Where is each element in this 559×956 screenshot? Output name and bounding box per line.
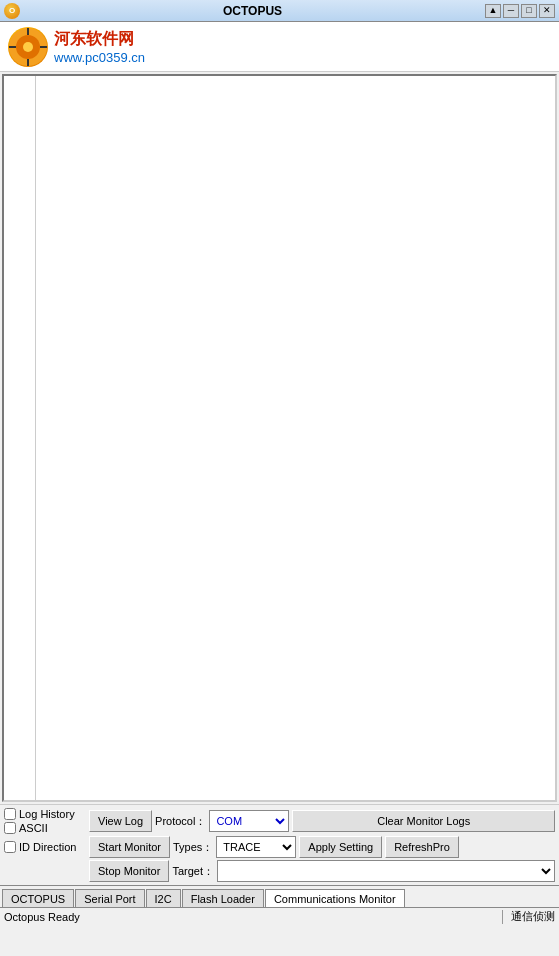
tab-flash-loader[interactable]: Flash Loader [182, 889, 264, 907]
tab-octopus-label: OCTOPUS [11, 893, 65, 905]
id-direction-item: ID Direction [4, 841, 86, 853]
title-bar: O OCTOPUS ▲ ─ □ ✕ [0, 0, 559, 22]
tabs-area: OCTOPUS Serial Port I2C Flash Loader Com… [0, 885, 559, 907]
watermark-logo [8, 27, 48, 67]
id-direction-label: ID Direction [19, 841, 76, 853]
types-label: Types： [173, 840, 213, 855]
main-content-area [2, 74, 557, 802]
tab-i2c-label: I2C [155, 893, 172, 905]
controls-row-2: ID Direction Start Monitor Types： TRACE … [4, 836, 555, 858]
apply-setting-button[interactable]: Apply Setting [299, 836, 382, 858]
status-bar: Octopus Ready 通信侦测 [0, 907, 559, 925]
start-monitor-button[interactable]: Start Monitor [89, 836, 170, 858]
ascii-label: ASCII [19, 822, 48, 834]
watermark-text: 河东软件网 www.pc0359.cn [54, 29, 145, 65]
main-inner [4, 76, 555, 800]
id-direction-checkbox[interactable] [4, 841, 16, 853]
tab-serial-port-label: Serial Port [84, 893, 135, 905]
clear-monitor-logs-button[interactable]: Clear Monitor Logs [292, 810, 555, 832]
tab-serial-port[interactable]: Serial Port [75, 889, 144, 907]
refresh-pro-button[interactable]: RefreshPro [385, 836, 459, 858]
tab-octopus[interactable]: OCTOPUS [2, 889, 74, 907]
target-dropdown[interactable] [217, 860, 555, 882]
maximize-button[interactable]: □ [521, 4, 537, 18]
log-history-checkbox[interactable] [4, 808, 16, 820]
window-title: OCTOPUS [20, 4, 485, 18]
checkboxes-group: Log History ASCII [4, 808, 86, 834]
left-sidebar [4, 76, 36, 800]
watermark-area: 河东软件网 www.pc0359.cn [0, 22, 559, 72]
types-dropdown[interactable]: TRACE DEBUG INFO [216, 836, 296, 858]
site-url: www.pc0359.cn [54, 50, 145, 65]
site-name: 河东软件网 [54, 29, 145, 50]
ascii-checkbox[interactable] [4, 822, 16, 834]
tab-communications-monitor[interactable]: Communications Monitor [265, 889, 405, 907]
controls-area: Log History ASCII View Log Protocol： COM… [0, 804, 559, 885]
ascii-checkbox-item: ASCII [4, 822, 86, 834]
status-left: Octopus Ready [4, 911, 494, 923]
app-icon: O [4, 3, 20, 19]
tab-flash-loader-label: Flash Loader [191, 893, 255, 905]
controls-row-3: Stop Monitor Target： [4, 860, 555, 882]
protocol-label: Protocol： [155, 814, 206, 829]
protocol-dropdown[interactable]: COM USB BT [209, 810, 289, 832]
tab-i2c[interactable]: I2C [146, 889, 181, 907]
target-label: Target： [172, 864, 214, 879]
controls-row-1: Log History ASCII View Log Protocol： COM… [4, 808, 555, 834]
status-divider [502, 910, 503, 924]
view-log-button[interactable]: View Log [89, 810, 152, 832]
stop-monitor-button[interactable]: Stop Monitor [89, 860, 169, 882]
tab-communications-monitor-label: Communications Monitor [274, 893, 396, 905]
close-button[interactable]: ✕ [539, 4, 555, 18]
log-history-checkbox-item: Log History [4, 808, 86, 820]
app-logo: O [4, 3, 20, 19]
window-controls: ▲ ─ □ ✕ [485, 4, 555, 18]
svg-point-2 [23, 42, 33, 52]
status-right: 通信侦测 [511, 909, 555, 924]
log-history-label: Log History [19, 808, 75, 820]
minimize-button[interactable]: ─ [503, 4, 519, 18]
restore-button[interactable]: ▲ [485, 4, 501, 18]
log-display-area [36, 76, 555, 800]
